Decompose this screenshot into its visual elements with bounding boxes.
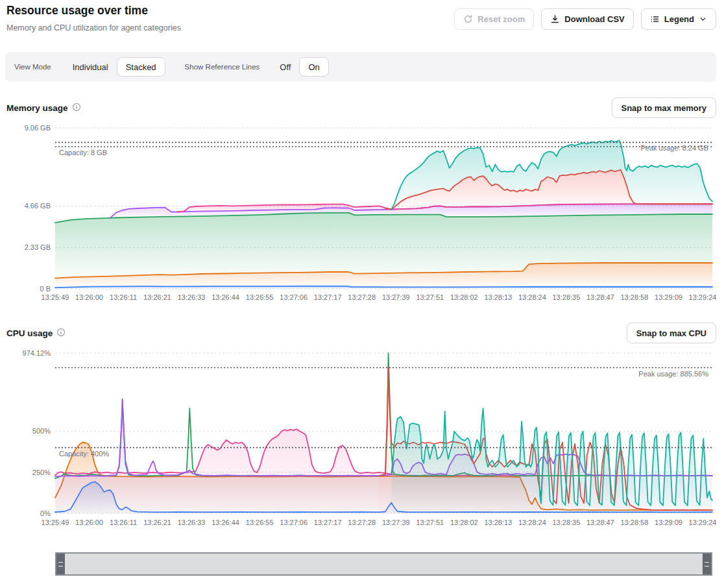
svg-text:Peak usage: 8.24 GB: Peak usage: 8.24 GB xyxy=(640,144,708,152)
svg-text:13:27:06: 13:27:06 xyxy=(280,519,308,526)
svg-text:13:27:39: 13:27:39 xyxy=(382,519,410,526)
cpu-chart[interactable]: 974.12%500%250%0%13:25:4913:26:0013:26:1… xyxy=(0,345,724,535)
svg-text:13:29:09: 13:29:09 xyxy=(655,519,682,526)
page-subtitle: Memory and CPU utilization for agent cat… xyxy=(6,23,181,32)
svg-text:13:28:35: 13:28:35 xyxy=(552,519,580,526)
page: Resource usage over time Memory and CPU … xyxy=(0,0,724,588)
svg-text:13:28:58: 13:28:58 xyxy=(620,519,648,526)
legend-label: Legend xyxy=(664,14,694,24)
svg-text:13:26:55: 13:26:55 xyxy=(246,293,274,301)
brush-grip-icon xyxy=(705,562,709,567)
info-icon[interactable] xyxy=(56,328,66,339)
brush-left-handle[interactable] xyxy=(56,554,65,574)
svg-text:500%: 500% xyxy=(32,427,51,435)
svg-text:974.12%: 974.12% xyxy=(23,349,51,357)
page-title: Resource usage over time xyxy=(6,4,148,18)
svg-text:13:29:24: 13:29:24 xyxy=(689,293,717,301)
chevron-down-icon xyxy=(699,15,707,23)
svg-text:13:26:21: 13:26:21 xyxy=(143,293,171,301)
info-icon[interactable] xyxy=(72,103,81,114)
snap-to-max-memory-button[interactable]: Snap to max memory xyxy=(612,97,717,118)
header-actions: Reset zoom Download CSV Legend xyxy=(454,8,716,30)
brush-grip-icon xyxy=(58,562,63,567)
legend-list-icon xyxy=(650,14,660,24)
svg-text:9.06 GB: 9.06 GB xyxy=(25,124,51,132)
svg-text:13:27:17: 13:27:17 xyxy=(314,519,342,526)
download-csv-label: Download CSV xyxy=(564,14,624,24)
svg-text:13:28:02: 13:28:02 xyxy=(450,519,478,526)
svg-text:250%: 250% xyxy=(32,469,51,476)
svg-text:13:26:33: 13:26:33 xyxy=(178,293,206,301)
svg-text:13:26:00: 13:26:00 xyxy=(75,519,103,526)
svg-text:13:27:39: 13:27:39 xyxy=(382,293,410,301)
view-mode-label: View Mode xyxy=(14,63,51,71)
svg-text:Capacity: 8 GB: Capacity: 8 GB xyxy=(59,149,107,156)
download-icon xyxy=(550,14,560,24)
reference-lines-on-option[interactable]: On xyxy=(299,57,328,77)
legend-button[interactable]: Legend xyxy=(641,8,716,30)
svg-text:13:26:44: 13:26:44 xyxy=(211,293,239,301)
svg-text:13:26:21: 13:26:21 xyxy=(143,519,171,526)
svg-text:13:29:09: 13:29:09 xyxy=(655,293,682,301)
svg-text:13:27:06: 13:27:06 xyxy=(280,293,308,301)
toolbar: View Mode Individual Stacked Show Refere… xyxy=(5,52,716,82)
svg-text:13:27:28: 13:27:28 xyxy=(348,519,376,526)
svg-text:13:27:51: 13:27:51 xyxy=(416,519,444,526)
svg-text:4.66 GB: 4.66 GB xyxy=(25,202,51,210)
reset-zoom-label: Reset zoom xyxy=(477,14,525,24)
svg-text:13:27:51: 13:27:51 xyxy=(416,293,444,301)
refresh-icon xyxy=(463,14,473,24)
reference-lines-off-option[interactable]: Off xyxy=(271,57,299,77)
download-csv-button[interactable]: Download CSV xyxy=(541,8,633,30)
svg-text:13:28:35: 13:28:35 xyxy=(552,293,580,301)
svg-text:13:25:49: 13:25:49 xyxy=(42,519,69,526)
cpu-section-title-text: CPU usage xyxy=(6,328,53,338)
memory-section-title-text: Memory usage xyxy=(6,103,68,113)
show-reference-lines-label: Show Reference Lines xyxy=(185,63,260,71)
svg-text:13:26:11: 13:26:11 xyxy=(110,519,137,526)
svg-text:13:28:24: 13:28:24 xyxy=(518,293,546,301)
svg-text:Capacity: 400%: Capacity: 400% xyxy=(59,450,109,458)
svg-text:0%: 0% xyxy=(40,509,51,517)
svg-text:13:28:24: 13:28:24 xyxy=(518,519,546,526)
svg-text:2.33 GB: 2.33 GB xyxy=(25,243,51,251)
svg-text:13:28:47: 13:28:47 xyxy=(586,519,614,526)
svg-text:13:26:33: 13:26:33 xyxy=(178,519,206,526)
time-range-brush[interactable] xyxy=(55,552,712,576)
brush-right-handle[interactable] xyxy=(703,554,711,574)
svg-text:13:26:55: 13:26:55 xyxy=(246,519,274,526)
svg-text:13:26:00: 13:26:00 xyxy=(75,293,103,301)
svg-text:13:28:47: 13:28:47 xyxy=(586,293,614,301)
memory-chart[interactable]: 9.06 GB4.66 GB2.33 GB0 B13:25:4913:26:00… xyxy=(0,120,724,310)
svg-text:Peak usage: 885.56%: Peak usage: 885.56% xyxy=(638,370,708,378)
svg-text:13:25:49: 13:25:49 xyxy=(42,293,69,301)
svg-text:13:26:11: 13:26:11 xyxy=(110,293,137,301)
svg-text:13:28:02: 13:28:02 xyxy=(450,293,478,301)
view-mode-individual-option[interactable]: Individual xyxy=(64,57,117,77)
memory-section-title: Memory usage xyxy=(6,103,81,114)
svg-text:13:29:24: 13:29:24 xyxy=(689,519,717,526)
cpu-section-title: CPU usage xyxy=(6,328,66,339)
svg-text:13:28:58: 13:28:58 xyxy=(620,293,648,301)
svg-text:13:27:17: 13:27:17 xyxy=(314,293,342,301)
svg-text:13:27:28: 13:27:28 xyxy=(348,293,376,301)
svg-text:13:26:44: 13:26:44 xyxy=(211,519,239,526)
reset-zoom-button[interactable]: Reset zoom xyxy=(454,8,534,30)
snap-to-max-cpu-button[interactable]: Snap to max CPU xyxy=(627,323,716,343)
svg-text:13:28:13: 13:28:13 xyxy=(484,519,512,526)
svg-text:13:28:13: 13:28:13 xyxy=(484,293,512,301)
view-mode-stacked-option[interactable]: Stacked xyxy=(117,57,165,77)
svg-text:0 B: 0 B xyxy=(40,285,51,293)
